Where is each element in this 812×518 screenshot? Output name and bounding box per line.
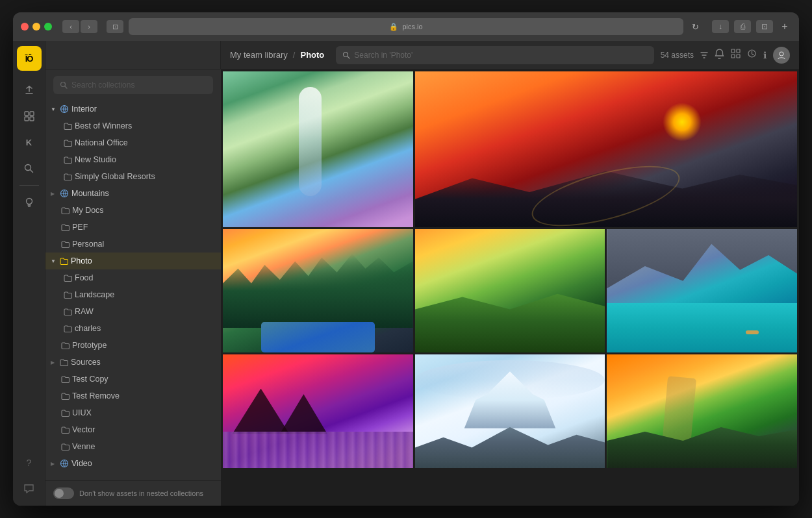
personal-label: Personal [72,240,216,249]
chat-button[interactable] [18,477,41,500]
url-text: pics.io [402,23,422,31]
sidebar-item-uiux[interactable]: UIUX [45,404,221,421]
sidebar-item-mountains[interactable]: ▶ Mountains [45,185,221,202]
sidebar-item-simply-global-resorts[interactable]: Simply Global Resorts [45,168,221,185]
sidebar-item-landscape[interactable]: Landscape [45,286,221,303]
sidebar-item-charles[interactable]: charles [45,320,221,337]
sidebar-item-sources[interactable]: ▶ Sources [45,354,221,371]
sidebar-item-pef[interactable]: PEF [45,219,221,236]
sidebar-item-photo[interactable]: ▼ Photo ↑ ⊕ 🌐 ⋮ [45,253,221,269]
charles-label: charles [75,324,216,333]
more-action-icon[interactable]: ⋮ [209,257,216,265]
sidebar-search-placeholder: Search collections [71,80,134,90]
folder-icon [61,342,70,349]
share-button[interactable]: ⎙ [734,20,751,33]
sidebar-item-food[interactable]: Food [45,269,221,286]
sidebar-item-prototype[interactable]: Prototype [45,337,221,354]
sidebar-item-new-studio[interactable]: New Studio [45,151,221,168]
upload-button[interactable] [18,79,41,102]
ideas-button[interactable] [18,191,41,214]
help-button[interactable]: ? [18,451,41,475]
breadcrumb: My team library / Photo [230,50,324,60]
maximize-button[interactable] [44,23,52,31]
folder-icon [64,156,72,164]
chevron-right-icon: ▶ [51,461,57,467]
photo-lake[interactable] [607,229,797,352]
asset-count: 54 assets [661,51,694,60]
national-office-label: National Office [75,138,216,147]
keywords-button[interactable]: K [18,130,41,154]
photo-lavender[interactable] [223,354,413,468]
close-button[interactable] [21,23,29,31]
add-action-icon[interactable]: ⊕ [188,257,194,265]
lock-icon: 🔒 [389,23,398,31]
best-of-winners-label: Best of Winners [75,121,216,130]
sidebar-item-video[interactable]: ▶ Video [45,455,221,472]
photo-waterfall[interactable] [223,71,413,227]
svg-point-15 [61,82,66,87]
info-button[interactable]: ℹ [763,50,767,60]
chevron-right-icon: ▶ [51,191,57,197]
photo-forest-river[interactable] [223,229,413,352]
sidebar-tree: ▼ Interior Best of Winners National Offi… [45,101,221,480]
back-button[interactable]: ‹ [62,20,79,33]
download-button[interactable]: ↓ [712,20,729,33]
sidebar-item-my-docs[interactable]: My Docs [45,202,221,219]
bell-button[interactable] [715,49,724,61]
uiux-label: UIUX [72,408,216,417]
minimize-button[interactable] [32,23,40,31]
nested-toggle[interactable] [53,487,74,499]
upload-action-icon[interactable]: ↑ [183,257,186,265]
breadcrumb-parent[interactable]: My team library [230,50,288,60]
sidebar-item-venne[interactable]: Venne [45,438,221,455]
app-logo[interactable]: ĪÔ [17,46,42,71]
sidebar-item-test-remove[interactable]: Test Remove [45,388,221,404]
folder-yellow-icon [60,258,68,265]
sidebar-bottom: Don't show assets in nested collections [45,480,221,506]
sidebar-item-test-copy[interactable]: Test Copy [45,371,221,388]
folder-icon [61,241,70,248]
reload-button[interactable]: ↻ [689,20,702,33]
folder-icon [64,308,72,315]
folder-icon [64,123,72,130]
collections-button[interactable] [18,105,41,128]
new-tab-button[interactable]: + [778,20,791,33]
photo-sunset-road[interactable] [607,354,797,468]
folder-icon [61,376,70,383]
header-search[interactable]: Search in 'Photo' [336,46,653,64]
breadcrumb-current: Photo [300,50,324,60]
folder-icon [61,410,70,417]
header-icons: ℹ [715,47,790,64]
globe-icon [60,189,69,198]
folder-icon [61,443,70,450]
sidebar-item-vector[interactable]: Vector [45,421,221,438]
forward-button[interactable]: › [81,20,97,33]
sidebar-item-interior[interactable]: ▼ Interior [45,101,221,117]
globe-action-icon[interactable]: 🌐 [197,257,206,265]
photo-mountain-snow[interactable] [415,354,605,468]
folder-icon [64,325,72,332]
tab-view-button[interactable]: ⊡ [107,20,123,33]
svg-point-7 [344,52,348,56]
avatar-button[interactable] [773,47,790,64]
address-bar[interactable]: 🔒 pics.io [129,18,683,35]
search-nav-button[interactable] [18,156,41,180]
photo-mountain-sunset[interactable] [415,71,797,227]
sidebar-item-national-office[interactable]: National Office [45,134,221,151]
history-button[interactable] [747,49,757,61]
svg-rect-11 [731,55,735,58]
photo-meadow[interactable] [415,229,605,352]
folder-icon [61,224,70,231]
sidebar-search-input[interactable]: Search collections [53,76,213,94]
screen-button[interactable]: ⊡ [756,20,773,33]
filter-icon[interactable] [700,51,708,59]
prototype-label: Prototype [72,341,216,350]
sidebar-item-raw[interactable]: RAW [45,303,221,320]
sidebar-item-best-of-winners[interactable]: Best of Winners [45,117,221,134]
svg-rect-3 [30,117,34,121]
venne-label: Venne [72,442,216,451]
titlebar: ‹ › ⊡ 🔒 pics.io ↻ ↓ ⎙ ⊡ + [13,12,799,41]
grid-view-button[interactable] [731,49,741,61]
sidebar-item-personal[interactable]: Personal [45,236,221,253]
folder-icon [61,426,70,434]
